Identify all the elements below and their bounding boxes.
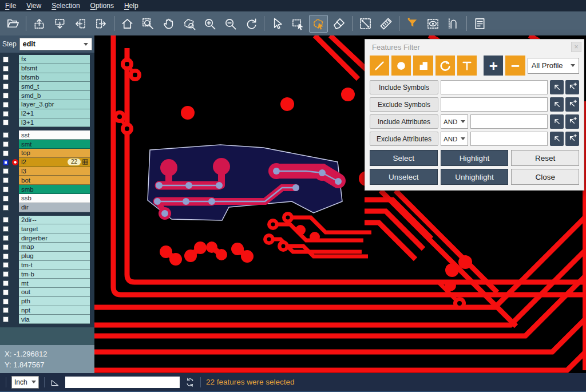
draw-surface-button[interactable] bbox=[413, 56, 433, 76]
toolbar-zoom-window-button[interactable] bbox=[138, 15, 157, 33]
pick-multiple-button[interactable] bbox=[565, 97, 579, 112]
layer-name-layer-3-gbr[interactable]: layer_3.gbr bbox=[19, 100, 90, 109]
layer-checkbox-smd-t[interactable] bbox=[3, 84, 9, 89]
layer-checkbox-top[interactable] bbox=[3, 151, 9, 156]
select-button[interactable]: Select bbox=[370, 150, 438, 166]
layer-name-smd-b[interactable]: smd_b bbox=[19, 91, 90, 100]
menu-options[interactable]: Options bbox=[85, 0, 119, 11]
layer-checkbox-bot[interactable] bbox=[3, 177, 9, 183]
layer-name-l2-1[interactable]: l2+1 bbox=[19, 109, 90, 118]
menu-selection[interactable]: Selection bbox=[46, 0, 85, 11]
pick-from-canvas-button[interactable] bbox=[550, 114, 564, 129]
layer-checkbox-dirgerber[interactable] bbox=[3, 235, 9, 241]
draw-text-button[interactable] bbox=[457, 56, 477, 76]
layer-checkbox-bfsmt[interactable] bbox=[3, 66, 9, 72]
include-attributes-input[interactable] bbox=[470, 114, 548, 129]
layer-checkbox-via[interactable] bbox=[3, 316, 9, 322]
layer-checkbox-mt[interactable] bbox=[3, 280, 9, 286]
layer-checkbox-smt[interactable] bbox=[3, 141, 9, 147]
layer-name-ssb[interactable]: ssb bbox=[19, 194, 90, 203]
layer-name-fx[interactable]: fx bbox=[19, 55, 90, 64]
layer-name-via[interactable]: via bbox=[19, 315, 90, 324]
command-input[interactable] bbox=[65, 377, 180, 388]
layer-checkbox-l2[interactable] bbox=[3, 160, 9, 165]
menu-file[interactable]: File bbox=[0, 0, 21, 11]
exclude-symbols-input[interactable] bbox=[441, 97, 548, 112]
layer-name-l3-1[interactable]: l3+1 bbox=[19, 118, 90, 128]
toolbar-pan-hand-button[interactable] bbox=[159, 15, 178, 33]
layer-checkbox-target[interactable] bbox=[3, 226, 9, 232]
toolbar-scroll-up-button[interactable] bbox=[30, 15, 49, 33]
layer-name-target[interactable]: target bbox=[19, 224, 90, 233]
toolbar-view-options-button[interactable] bbox=[423, 15, 442, 33]
toolbar-zoom-in-button[interactable] bbox=[200, 15, 219, 33]
toolbar-home-view-button[interactable] bbox=[118, 15, 137, 33]
layer-checkbox-pth[interactable] bbox=[3, 299, 9, 304]
layer-checkbox-2dir[interactable] bbox=[3, 217, 9, 223]
layer-checkbox-tm-t[interactable] bbox=[3, 262, 9, 268]
menu-help[interactable]: Help bbox=[119, 0, 144, 11]
toolbar-features-filter-button[interactable] bbox=[403, 15, 422, 33]
layer-name-smd-t[interactable]: smd_t bbox=[19, 82, 90, 91]
grid-icon[interactable] bbox=[82, 159, 88, 165]
layer-checkbox-out[interactable] bbox=[3, 290, 9, 295]
draw-circle-button[interactable] bbox=[391, 56, 411, 76]
menu-view[interactable]: View bbox=[21, 0, 46, 11]
toolbar-open-file-button[interactable] bbox=[3, 15, 22, 33]
layer-name-pth[interactable]: pth bbox=[19, 297, 90, 306]
layer-name-out[interactable]: out bbox=[19, 288, 90, 297]
step-selector[interactable]: edit bbox=[19, 38, 92, 50]
layer-checkbox-l3-1[interactable] bbox=[3, 120, 9, 125]
layer-name-2dir[interactable]: 2dir-- bbox=[19, 216, 90, 225]
profile-selector[interactable]: All Profile bbox=[528, 58, 579, 74]
snap-angle-icon[interactable] bbox=[50, 377, 60, 387]
layer-name-smt[interactable]: smt bbox=[19, 140, 90, 149]
toolbar-select-polygon-button[interactable] bbox=[309, 15, 328, 33]
dialog-close-button[interactable]: × bbox=[571, 42, 581, 52]
unselect-button[interactable]: Unselect bbox=[370, 169, 438, 185]
layer-name-bfsmt[interactable]: bfsmt bbox=[19, 64, 90, 73]
layer-checkbox-tm-b[interactable] bbox=[3, 271, 9, 277]
toolbar-scroll-left-button[interactable] bbox=[71, 15, 90, 33]
toolbar-snap-mode-button[interactable] bbox=[444, 15, 463, 33]
layer-name-dirgerber[interactable]: dirgerber bbox=[19, 233, 90, 243]
unhighlight-button[interactable]: Unhighlight bbox=[441, 169, 509, 185]
pick-from-canvas-button[interactable] bbox=[550, 80, 564, 94]
layer-name-bot[interactable]: bot bbox=[19, 176, 90, 185]
include-attributes-button[interactable]: Include Attributes bbox=[370, 114, 438, 129]
exclude-attributes-button[interactable]: Exclude Attributes bbox=[370, 132, 438, 146]
pick-multiple-button[interactable] bbox=[565, 132, 579, 146]
toolbar-measure-distance-button[interactable] bbox=[356, 15, 375, 33]
add-filter-button[interactable]: + bbox=[484, 56, 503, 76]
toolbar-zoom-previous-button[interactable] bbox=[241, 15, 260, 33]
layer-name-l2[interactable]: l222 bbox=[19, 158, 90, 167]
pick-from-canvas-button[interactable] bbox=[550, 132, 564, 146]
remove-filter-button[interactable]: − bbox=[505, 56, 525, 76]
toolbar-clean-selection-button[interactable] bbox=[330, 15, 349, 33]
toolbar-zoom-polygon-button[interactable] bbox=[180, 15, 199, 33]
exclude-symbols-button[interactable]: Exclude Symbols bbox=[370, 97, 438, 112]
operator-selector[interactable]: AND bbox=[441, 114, 468, 129]
draw-arc-button[interactable] bbox=[435, 56, 455, 76]
layer-checkbox-l3[interactable] bbox=[3, 168, 9, 174]
close-button[interactable]: Close bbox=[511, 169, 579, 185]
toolbar-measure-ruler-button[interactable] bbox=[377, 15, 395, 33]
toolbar-scroll-down-button[interactable] bbox=[50, 15, 69, 33]
pick-multiple-button[interactable] bbox=[565, 80, 579, 94]
unit-selector[interactable]: Inch bbox=[11, 376, 39, 389]
layer-name-tm-t[interactable]: tm-t bbox=[19, 261, 90, 270]
layer-name-mt[interactable]: mt bbox=[19, 279, 90, 288]
layer-checkbox-layer-3-gbr[interactable] bbox=[3, 102, 9, 108]
layer-checkbox-sst[interactable] bbox=[3, 132, 9, 138]
layer-name-npt[interactable]: npt bbox=[19, 306, 90, 315]
layer-checkbox-bfsmb[interactable] bbox=[3, 74, 9, 80]
layer-checkbox-ssb[interactable] bbox=[3, 196, 9, 201]
pick-from-canvas-button[interactable] bbox=[550, 97, 564, 112]
layer-checkbox-smd-b[interactable] bbox=[3, 93, 9, 98]
layer-name-dir[interactable]: dir bbox=[19, 203, 90, 212]
layer-name-bfsmb[interactable]: bfsmb bbox=[19, 73, 90, 82]
pick-multiple-button[interactable] bbox=[565, 114, 579, 129]
layer-checkbox-smb[interactable] bbox=[3, 187, 9, 192]
toolbar-select-rectangle-button[interactable] bbox=[288, 15, 307, 33]
layer-name-plug[interactable]: plug bbox=[19, 252, 90, 261]
